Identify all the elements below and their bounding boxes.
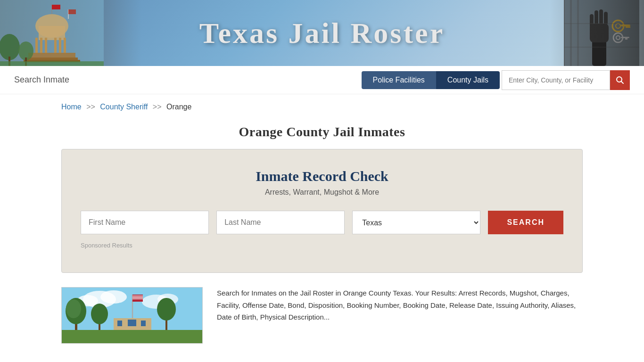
svg-rect-50 [62,330,203,344]
svg-rect-3 [35,38,38,54]
breadcrumb-sep1: >> [86,103,95,111]
facility-search-input[interactable] [502,70,610,90]
svg-rect-20 [0,61,104,66]
description-text: Search for Inmates on the Jail Roster in… [217,287,583,344]
svg-rect-8 [64,38,66,54]
banner-title: Texas Jail Roster [199,16,445,50]
breadcrumb-county-sheriff[interactable]: County Sheriff [100,103,148,111]
location-thumbnail [61,287,203,344]
sponsored-results-label: Sponsored Results [81,242,563,249]
breadcrumb: Home >> County Sheriff >> Orange [0,94,644,120]
breadcrumb-sep2: >> [153,103,162,111]
svg-point-46 [100,290,127,304]
first-name-input[interactable] [81,211,209,234]
nav-bar: Search Inmate Police Facilities County J… [0,66,644,94]
search-submit-button[interactable]: SEARCH [488,211,563,234]
breadcrumb-current: Orange [166,103,191,111]
svg-rect-19 [68,9,76,14]
svg-rect-7 [59,38,61,54]
facility-search-button[interactable] [610,70,630,90]
capitol-illustration [0,0,104,66]
svg-line-43 [621,81,624,83]
svg-point-14 [0,34,20,60]
banner-right-overlay [550,0,644,66]
record-check-subtitle: Arrests, Warrant, Mugshot & More [81,188,563,197]
svg-rect-9 [28,53,75,58]
svg-rect-4 [40,38,42,54]
svg-rect-13 [52,5,60,9]
svg-rect-5 [45,38,47,54]
record-check-title: Inmate Record Check [81,168,563,184]
svg-rect-6 [54,38,57,54]
last-name-input[interactable] [216,211,345,234]
svg-rect-65 [128,320,136,326]
page-title-section: Orange County Jail Inmates [0,120,644,149]
bottom-section: Search for Inmates on the Jail Roster in… [61,287,583,344]
police-facilities-button[interactable]: Police Facilities [362,71,436,89]
search-icon [616,76,624,84]
thumbnail-image [62,288,203,344]
page-title: Orange County Jail Inmates [0,124,644,140]
svg-rect-64 [117,321,122,326]
facility-search-wrapper [502,70,630,90]
search-inmate-label: Search Inmate [14,75,69,85]
nav-right: Police Facilities County Jails [362,70,630,90]
state-select[interactable]: AlabamaAlaskaArizonaArkansasCaliforniaCo… [352,211,480,234]
record-check-box: Inmate Record Check Arrests, Warrant, Mu… [61,149,583,273]
county-jails-button[interactable]: County Jails [436,71,500,89]
svg-point-53 [66,299,81,318]
svg-rect-10 [26,58,78,60]
svg-rect-66 [141,321,146,326]
search-form-row: AlabamaAlaskaArizonaArkansasCaliforniaCo… [81,211,563,234]
header-banner: Texas Jail Roster [0,0,644,66]
svg-point-55 [91,304,108,324]
breadcrumb-home[interactable]: Home [61,103,82,111]
svg-point-57 [157,298,176,321]
